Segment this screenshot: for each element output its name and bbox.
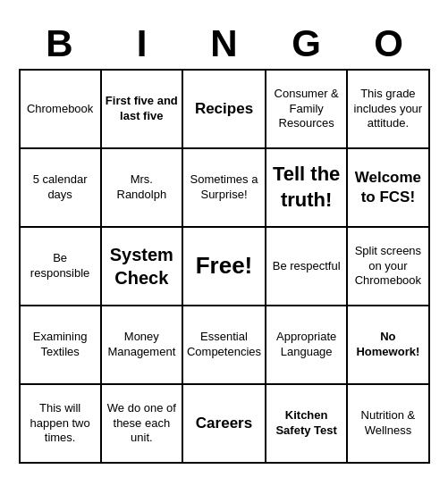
cell-8: Tell the truth! [266,149,348,228]
cell-22: Careers [183,385,266,464]
cell-18: Appropriate Language [266,306,348,385]
bingo-card: B I N G O ChromebookFirst five and last … [10,13,439,473]
header-i: I [103,22,182,65]
cell-4: This grade includes your attitude. [348,71,429,149]
cell-9: Welcome to FCS! [348,149,429,228]
cell-3: Consumer & Family Resources [266,71,348,149]
cell-16: Money Management [102,306,183,385]
cell-2: Recipes [183,71,266,149]
cell-15: Examining Textiles [21,306,102,385]
bingo-grid: ChromebookFirst five and last fiveRecipe… [19,69,430,464]
cell-7: Sometimes a Surprise! [183,149,266,228]
cell-12: Free! [183,228,266,306]
bingo-header: B I N G O [19,22,430,65]
cell-11: System Check [102,228,183,306]
cell-5: 5 calendar days [21,149,102,228]
cell-21: We do one of these each unit. [102,385,183,464]
cell-0: Chromebook [21,71,102,149]
header-n: N [185,22,264,65]
cell-14: Split screens on your Chromebook [348,228,429,306]
cell-1: First five and last five [102,71,183,149]
header-o: O [350,22,428,65]
cell-13: Be respectful [266,228,348,306]
cell-23: Kitchen Safety Test [266,385,348,464]
header-b: B [21,22,99,65]
cell-19: No Homework! [348,306,429,385]
cell-24: Nutrition & Wellness [348,385,429,464]
header-g: G [267,22,346,65]
cell-20: This will happen two times. [21,385,102,464]
cell-6: Mrs. Randolph [102,149,183,228]
cell-17: Essential Competencies [183,306,266,385]
cell-10: Be responsible [21,228,102,306]
